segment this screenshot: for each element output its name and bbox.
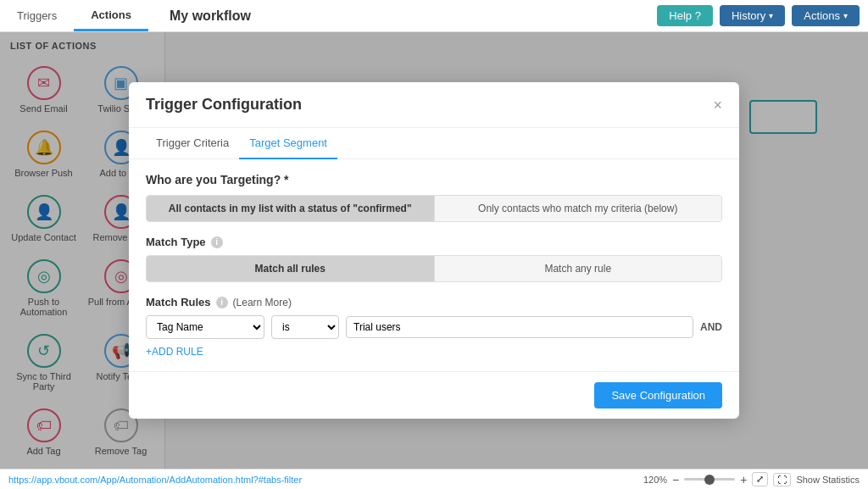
zoom-out-button[interactable]: −: [672, 473, 679, 486]
save-configuration-button[interactable]: Save Configuration: [594, 382, 722, 408]
targeting-title: Who are you Targeting? *: [146, 173, 722, 186]
tab-triggers[interactable]: Triggers: [0, 0, 74, 31]
rule-operator-select[interactable]: isis notcontainsdoes not contain: [271, 315, 339, 339]
rule-row: Tag NameEmailFirst NameLast Name isis no…: [146, 315, 722, 339]
actions-top-button[interactable]: Actions ▾: [792, 5, 860, 26]
modal-tab-target-segment[interactable]: Target Segment: [239, 128, 337, 159]
zoom-level: 120%: [643, 475, 667, 485]
targeting-option-all-confirmed[interactable]: All contacts in my list with a status of…: [147, 196, 434, 221]
targeting-toggle-group: All contacts in my list with a status of…: [146, 195, 722, 222]
add-rule-button[interactable]: +ADD RULE: [146, 346, 203, 358]
match-rules-label: Match Rules: [146, 296, 211, 308]
help-button[interactable]: Help ?: [657, 5, 713, 26]
show-statistics-button[interactable]: Show Statistics: [796, 475, 860, 485]
bottom-bar: https://app.vbout.com/App/Automation/Add…: [0, 469, 868, 489]
zoom-in-button[interactable]: +: [740, 473, 747, 486]
learn-more-link[interactable]: (Learn More): [233, 297, 292, 308]
rule-value-input[interactable]: [346, 316, 693, 338]
modal-tabs: Trigger CriteriaTarget Segment: [129, 128, 739, 159]
modal-tab-trigger-criteria[interactable]: Trigger Criteria: [146, 128, 239, 159]
fullscreen-button[interactable]: ⛶: [773, 473, 791, 486]
match-type-option-any-rule[interactable]: Match any rule: [434, 256, 722, 281]
history-button[interactable]: History ▾: [720, 5, 785, 26]
workflow-title: My workflow: [170, 8, 251, 24]
fit-button[interactable]: ⤢: [752, 472, 768, 486]
targeting-option-match-criteria[interactable]: Only contacts who match my criteria (bel…: [434, 196, 722, 221]
match-type-option-all-rules[interactable]: Match all rules: [147, 256, 434, 281]
modal-close-button[interactable]: ×: [713, 97, 722, 113]
tab-actions[interactable]: Actions: [74, 0, 148, 31]
chevron-down-icon: ▾: [769, 11, 773, 20]
match-type-label: Match Type: [146, 236, 206, 248]
match-type-info-icon[interactable]: i: [211, 236, 223, 248]
match-rules-info-icon[interactable]: i: [216, 297, 228, 308]
modal-overlay: Trigger Configuration × Trigger Criteria…: [0, 32, 868, 469]
modal-title: Trigger Configuration: [146, 96, 302, 114]
rule-field-select[interactable]: Tag NameEmailFirst NameLast Name: [146, 315, 264, 339]
url-bar: https://app.vbout.com/App/Automation/Add…: [8, 475, 643, 485]
zoom-controls: 120% − + ⤢ ⛶ Show Statistics: [643, 472, 860, 486]
rule-connector: AND: [700, 321, 722, 333]
match-type-toggle-group: Match all rulesMatch any rule: [146, 255, 722, 282]
zoom-slider[interactable]: [684, 478, 735, 481]
zoom-thumb: [704, 475, 715, 485]
chevron-down-icon: ▾: [843, 11, 848, 20]
trigger-config-modal: Trigger Configuration × Trigger Criteria…: [129, 82, 739, 419]
